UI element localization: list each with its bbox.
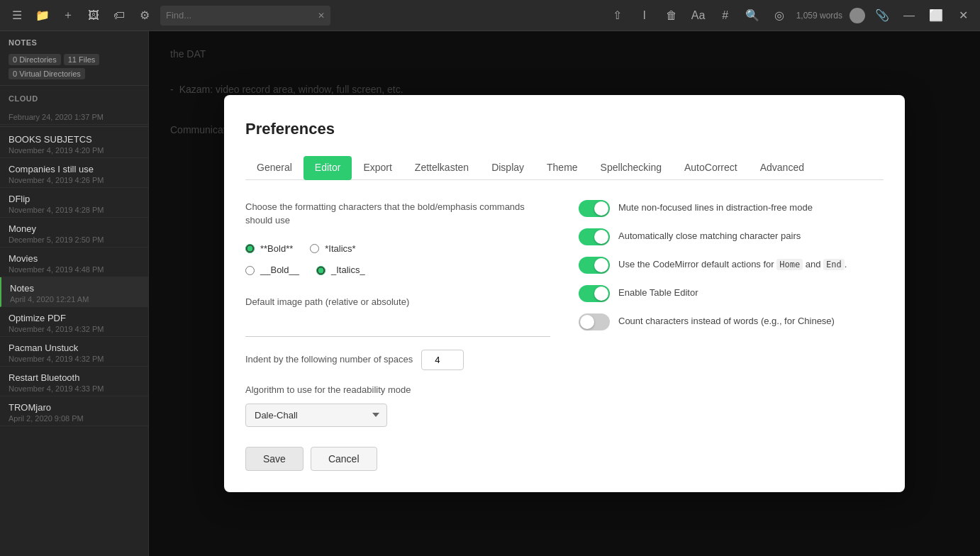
search-icon[interactable]: 🔍 (742, 6, 762, 26)
tag-icon[interactable]: 🏷 (109, 6, 129, 26)
toggle-table-editor-switch[interactable] (579, 285, 610, 302)
hash-icon[interactable]: # (715, 6, 735, 26)
sidebar-item-date: April 2, 2020 9:08 PM (9, 414, 140, 423)
formatting-desc: Choose the formatting characters that th… (245, 200, 550, 228)
preferences-modal: Preferences General Editor Export Zettel… (224, 95, 905, 491)
attach-icon[interactable]: 📎 (872, 6, 892, 26)
sidebar-item-pacman[interactable]: Pacman Unstuck November 4, 2019 4:32 PM (0, 337, 148, 367)
sidebar-item-restart-bluetooth[interactable]: Restart Bluetooth November 4, 2019 4:33 … (0, 367, 148, 396)
indent-input[interactable] (421, 350, 464, 370)
new-icon[interactable]: ＋ (58, 6, 78, 26)
algorithm-select[interactable]: Dale-Chall Flesch-Kincaid Gunning Fog (245, 404, 387, 427)
settings-icon[interactable]: ⚙ (135, 6, 155, 26)
italic-icon[interactable]: I (635, 6, 655, 26)
toggle-knob (594, 201, 608, 216)
tab-display[interactable]: Display (480, 156, 535, 180)
modal-overlay: Preferences General Editor Export Zettel… (149, 31, 980, 556)
toolbar: ☰ 📁 ＋ 🖼 🏷 ⚙ ✕ ⇧ I 🗑 Aa # 🔍 ◎ 1,059 words… (0, 0, 980, 31)
tab-export[interactable]: Export (352, 156, 403, 180)
italic-star-radio[interactable] (310, 244, 319, 253)
close-icon[interactable]: ✕ (953, 6, 973, 26)
toggle-count-chars-switch[interactable] (579, 313, 610, 330)
sidebar-item-cloud[interactable]: February 24, 2020 1:37 PM (0, 106, 148, 125)
modal-buttons: Save Cancel (245, 447, 884, 471)
preview-icon[interactable]: ◎ (769, 6, 789, 26)
toggle-knob (594, 258, 608, 272)
folder-icon[interactable]: 📁 (33, 6, 52, 26)
modal-title: Preferences (245, 116, 884, 141)
toggle-knob (594, 287, 608, 301)
sidebar-item-movies[interactable]: Movies November 4, 2019 4:48 PM (0, 248, 148, 277)
sidebar-item-optimize-pdf[interactable]: Optimize PDF November 4, 2019 4:32 PM (0, 307, 148, 337)
toggle-table-editor: Enable Table Editor (579, 285, 884, 302)
sidebar-item-title: TROMjaro (9, 402, 140, 413)
sidebar-item-dflip[interactable]: DFlip November 4, 2019 4:28 PM (0, 188, 148, 218)
sidebar-item-date: November 4, 2019 4:32 PM (9, 325, 140, 333)
bold-double-star-radio[interactable] (245, 244, 255, 253)
sidebar: NOTES 0 Directories 11 Files 0 Virtual D… (0, 31, 149, 556)
tab-theme[interactable]: Theme (535, 156, 589, 180)
content-area: the DAT - Kazam: video record area, wind… (149, 31, 980, 556)
toggle-count-chars: Count characters instead of words (e.g.,… (579, 313, 884, 330)
sidebar-item-date: November 4, 2019 4:32 PM (9, 355, 140, 363)
sidebar-item-title: BOOKS SUBJETCS (9, 134, 140, 145)
sidebar-items-list: BOOKS SUBJETCS November 4, 2019 4:20 PM … (0, 128, 148, 556)
toggle-mute-lines-switch[interactable] (579, 200, 610, 217)
toggle-auto-close-label: Automatically close matching character p… (618, 230, 884, 243)
font-icon[interactable]: Aa (689, 6, 708, 26)
sidebar-item-date: November 4, 2019 4:33 PM (9, 384, 140, 393)
tab-advanced[interactable]: Advanced (749, 156, 815, 180)
minimize-icon[interactable]: — (899, 6, 919, 26)
search-input[interactable] (166, 10, 313, 21)
tab-spellchecking[interactable]: Spellchecking (589, 156, 673, 180)
sidebar-item-title: Pacman Unstuck (9, 343, 140, 353)
toggle-codemirror-switch[interactable] (579, 257, 610, 274)
sidebar-item-money[interactable]: Money December 5, 2019 2:50 PM (0, 218, 148, 248)
cancel-button[interactable]: Cancel (311, 447, 377, 471)
bold-double-under-option[interactable]: __Bold__ (245, 263, 299, 278)
save-button[interactable]: Save (245, 447, 304, 471)
toggle-table-editor-label: Enable Table Editor (618, 287, 884, 299)
preferences-tabs: General Editor Export Zettelkasten Displ… (245, 156, 884, 180)
image-path-input[interactable] (245, 314, 550, 337)
bold-double-star-label: **Bold** (260, 242, 293, 257)
sidebar-item-books-subjetcs[interactable]: BOOKS SUBJETCS November 4, 2019 4:20 PM (0, 128, 148, 158)
sidebar-item-date: November 4, 2019 4:26 PM (9, 176, 140, 184)
sidebar-item-date: November 4, 2019 4:48 PM (9, 265, 140, 274)
bold-double-under-radio[interactable] (245, 266, 255, 275)
search-clear-icon[interactable]: ✕ (318, 11, 325, 21)
search-bar[interactable]: ✕ (160, 6, 330, 26)
tab-editor[interactable]: Editor (304, 156, 352, 180)
avatar (850, 8, 865, 23)
image-icon[interactable]: 🖼 (84, 6, 104, 26)
bold-double-under-label: __Bold__ (260, 263, 299, 278)
italic-star-option[interactable]: *Italics* (310, 242, 355, 257)
indent-label: Indent by the following number of spaces (245, 352, 413, 367)
sidebar-item-date: April 4, 2020 12:21 AM (10, 295, 140, 304)
bold-italic-options: **Bold** *Italics* __Bold__ (245, 242, 550, 279)
tag-virtual[interactable]: 0 Virtual Directories (9, 68, 85, 79)
italic-under-label: _Italics_ (331, 263, 365, 278)
delete-icon[interactable]: 🗑 (662, 6, 681, 26)
toolbar-right: ⇧ I 🗑 Aa # 🔍 ◎ 1,059 words 📎 — ⬜ ✕ (608, 6, 973, 26)
sidebar-item-date: November 4, 2019 4:20 PM (9, 146, 140, 155)
sidebar-item-notes[interactable]: Notes April 4, 2020 12:21 AM (0, 277, 148, 307)
tag-directories[interactable]: 0 Directories (9, 54, 61, 65)
toggle-mute-lines: Mute non-focused lines in distraction-fr… (579, 200, 884, 217)
tab-autocorrect[interactable]: AutoCorrect (673, 156, 749, 180)
italic-under-option[interactable]: _Italics_ (316, 263, 365, 278)
tab-general[interactable]: General (245, 156, 304, 180)
bold-double-star-option[interactable]: **Bold** (245, 242, 293, 257)
menu-icon[interactable]: ☰ (7, 6, 27, 26)
tab-zettelkasten[interactable]: Zettelkasten (403, 156, 480, 180)
main-layout: NOTES 0 Directories 11 Files 0 Virtual D… (0, 31, 980, 556)
toggle-auto-close-switch[interactable] (579, 228, 610, 245)
maximize-icon[interactable]: ⬜ (926, 6, 946, 26)
sidebar-item-companies[interactable]: Companies I still use November 4, 2019 4… (0, 158, 148, 188)
italic-star-label: *Italics* (325, 242, 355, 257)
sidebar-item-tromjaro[interactable]: TROMjaro April 2, 2020 9:08 PM (0, 396, 148, 426)
italic-under-radio[interactable] (316, 266, 325, 275)
tag-files[interactable]: 11 Files (64, 54, 100, 65)
bold-italic-row-2: __Bold__ _Italics_ (245, 263, 550, 278)
share-icon[interactable]: ⇧ (608, 6, 628, 26)
